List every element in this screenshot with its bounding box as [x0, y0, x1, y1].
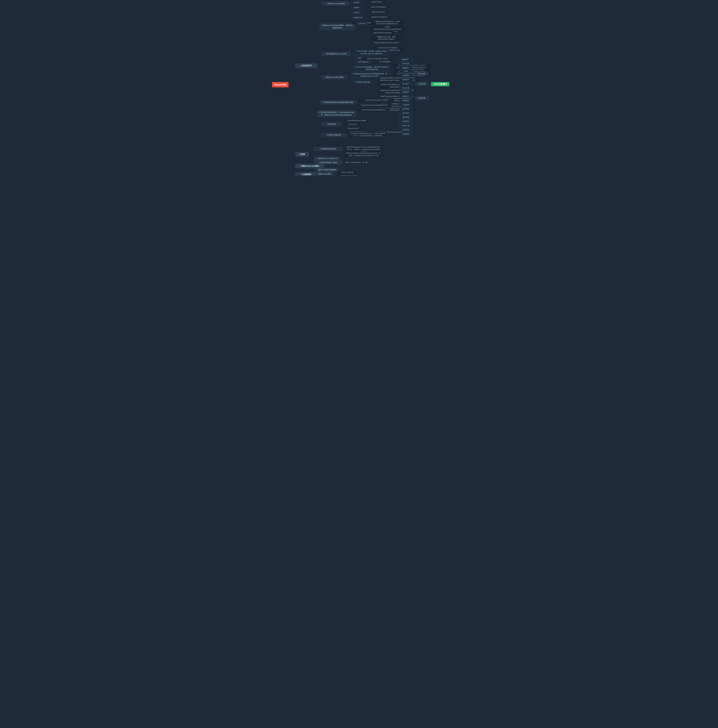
- crm-gonghui-label: 公海管理: [418, 83, 426, 85]
- svg-line-14: [349, 4, 352, 12]
- sysjob-label: SysJobServiceImpl里的init方法: [362, 109, 385, 111]
- frontend1-label: 1.登录界面增加tenant参数: [347, 119, 366, 122]
- crm-contract-type-node: 合同类型: [399, 128, 413, 132]
- main2-label: 2.部署: [299, 153, 305, 156]
- main1-label: 1.改造多租户: [300, 64, 312, 67]
- fw4-node: 4.删除DruidConfig，新增DataSourceConfigurer: [371, 35, 402, 41]
- imaster-tenant-service-node: IMasterTenantService: [366, 15, 392, 18]
- deploy1-label: 1.后端使用jar包发布: [320, 148, 336, 150]
- crm-contract-status-node: 合同状态: [399, 132, 413, 136]
- deploy3-label: 3.采用宝塔面板7.4版本: [318, 161, 337, 164]
- fw1-label: 1.删除DynamicDataSource，新增DynamicRoutingDa…: [372, 20, 402, 24]
- crm-lock-outer-label: 我的客户: [402, 58, 408, 61]
- sub1-6-node: 6.关闭定时器自动执行，在ScheduleConfig里，修改factory.s…: [317, 110, 356, 117]
- sub1-2-node: 2.修改ruoyi-framework模块，实现动态数据源功能: [320, 23, 355, 30]
- main4-node: 4.后期展望: [295, 172, 317, 176]
- crm-transfer-node: 转移客户: [399, 90, 413, 94]
- import-master-node: 导入rycrm-master数据，相当于每个tenant的数据库连接信息: [354, 65, 390, 71]
- tenant-mapperxml-label: mapper.xml: [354, 17, 362, 18]
- sub1-5-label: 5.注册神应运时初始化参数到缓存功能: [322, 101, 353, 104]
- sub1-2-label: 2.修改ruoyi-framework模块，实现动态数据源功能: [321, 24, 353, 29]
- sub1-5-node: 5.注册神应运时初始化参数到缓存功能: [320, 100, 356, 104]
- sub1-7-label: 7.修改前端: [327, 123, 336, 125]
- future1-node: 删除不必要的功能模块: [315, 168, 339, 172]
- crm-region-label: 地区列表: [403, 116, 409, 118]
- future2-node: 创建master模块: [315, 172, 334, 176]
- crm-question-node: 有合同的客户自动转为"已成交"？: [361, 98, 394, 102]
- imaster-tenant-service-label: IMasterTenantService: [371, 16, 387, 18]
- sub1-3-label: 3.添加数据库rycrm-master: [325, 52, 347, 55]
- sub1-8-label: 8.强制关闭验证码: [327, 134, 341, 136]
- master-plan-node: 将定时计划移入此项目: [337, 174, 361, 176]
- tenant-service-node: service: [352, 11, 361, 14]
- rycrm-tenantN-label: rycrm-tenant-N: [358, 61, 369, 63]
- crm-lock-outer: 我的客户: [398, 58, 413, 61]
- svg-line-13: [349, 4, 352, 8]
- crm-kehu-list-label: 客户列表: [403, 63, 409, 65]
- crm-manager-label: 管理员？: [403, 95, 409, 98]
- fw4-label: 4.删除DruidConfig，新增DataSourceConfigurer: [372, 36, 400, 40]
- crm-kehu-list-node: 客户列表: [399, 62, 413, 66]
- crm-contract-list-node: 合同列表: [399, 120, 413, 123]
- import2-label: 导入若依数据库: [379, 61, 391, 63]
- main3-label: 3.增加ruoyi-crm模块: [300, 165, 319, 168]
- qita-node: 其它文件: [357, 22, 367, 26]
- master-tenant-mapper-label: MasterTenantMapper: [371, 6, 387, 8]
- crm-industry-node: 行业类别: [399, 103, 413, 107]
- frontend1-node: 1.登录界面增加tenant参数: [344, 119, 369, 122]
- crm-gonghui-node: 公海管理: [415, 82, 429, 86]
- crm-level-label: 客户级别: [403, 108, 409, 110]
- crm-import-kehu-label: 导入客户: [403, 83, 409, 85]
- crm-import-kehu-node: 导入客户: [399, 82, 413, 86]
- crm-gonghui-type-node: 公海类型: [399, 73, 413, 77]
- crm-gonghui-type-label: 公海类型: [403, 74, 409, 76]
- deploy2-label: 2.前端npm run build:prod: [317, 157, 338, 160]
- crm-lock-node: 锁定客户到"我的客户"列表中: [361, 57, 394, 61]
- deploy1-note2-label: 配置文件logback.xml改为logback-dev.xml，并复制一个lo…: [346, 152, 381, 157]
- future2-label: 创建master模块: [318, 173, 331, 175]
- deploy3-note-node: 增加了Java网站布置，更方便了: [345, 161, 370, 164]
- deploy2-node: 2.前端npm run build:prod: [314, 156, 341, 160]
- frontend3-node: 3.request.js文件: [344, 127, 362, 130]
- sub1-4-node: 4.修改ruoyi-admin模块: [321, 75, 347, 79]
- root-label: RuoyiCRM: [274, 83, 286, 86]
- import-master-label: 导入rycrm-master数据，相当于每个tenant的数据库连接信息: [355, 66, 389, 70]
- admin2-node: 2.实现租户登录功能: [351, 80, 375, 84]
- fw5-label: 5.增加租户拦截器TenantInterceptor: [373, 42, 399, 44]
- crm-contract-status-label: 合同状态: [403, 133, 409, 135]
- crm-gonghui-ke-label: 公海: [404, 70, 407, 72]
- crm-question-label: 有合同的客户自动转为"已成交"？: [365, 99, 390, 101]
- sub1-1-label: 1.新增ruoyi-tenant模块: [326, 2, 345, 5]
- rycrm-master-node: rycrm-master（三张表：master_tenant, sys_oper…: [354, 49, 390, 55]
- crm-hetong-label: 合同管理: [418, 97, 426, 99]
- rycrm-master-label: rycrm-master（三张表：master_tenant, sys_oper…: [355, 50, 389, 55]
- crm-move-gonghui-label: 移入公海: [403, 87, 409, 89]
- sysdict-label: SysDictTypeServiceImpl里的init方法: [361, 104, 388, 106]
- crm-status-label: 客户状态: [403, 112, 409, 114]
- crm-chengji-label: 成交客户: [403, 99, 409, 102]
- deploy1-note2-node: 配置文件logback.xml改为logback-dev.xml，并复制一个lo…: [345, 151, 383, 158]
- svg-line-21: [429, 84, 431, 84]
- svg-line-6: [317, 54, 321, 66]
- crm-chengji-node: 成交客户: [399, 99, 413, 102]
- tenant-domain-label: domain: [354, 2, 359, 3]
- tenant-mapperxml-node: mapper.xml: [352, 16, 364, 19]
- sub1-8-node: 8.强制关闭验证码: [321, 133, 346, 137]
- svg-line-1: [289, 85, 295, 154]
- crm-contract-type-label: 合同类型: [403, 129, 409, 131]
- svg-line-12: [349, 3, 352, 4]
- master-tenant-node: MasterTenant: [366, 0, 387, 3]
- crm-add-kehu-label: 添加客户: [403, 78, 409, 81]
- frontend2-node: 2.auth.js文件: [344, 123, 361, 126]
- svg-line-5: [317, 27, 320, 66]
- crm-level-node: 客户级别: [399, 107, 413, 111]
- crm-limit-node: 限进客户: [399, 66, 413, 70]
- tenant-domain-node: domain: [352, 1, 361, 4]
- crm-hetong-node: 合同管理: [415, 96, 429, 100]
- frontend3-label: 3.request.js文件: [347, 127, 359, 130]
- crm-kehu-node: 客户管理: [415, 72, 429, 76]
- master-tenant-mapper-node: MasterTenantMapper: [366, 5, 391, 9]
- sub1-6-label: 6.关闭定时器自动执行，在ScheduleConfig里，修改factory.s…: [318, 111, 354, 116]
- sub1-1-node: 1.新增ruoyi-tenant模块: [322, 2, 349, 6]
- crm-region-node: 地区列表: [399, 115, 413, 119]
